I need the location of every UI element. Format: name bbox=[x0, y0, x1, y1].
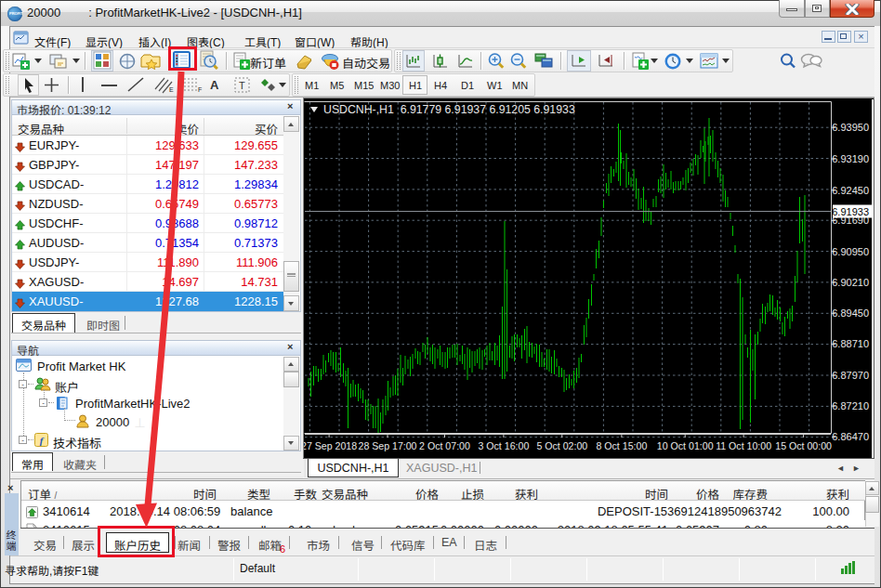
svg-text:6.93190: 6.93190 bbox=[832, 153, 869, 164]
svg-text:5 Oct 02:00: 5 Oct 02:00 bbox=[536, 440, 587, 451]
svg-text:3 Oct 16:00: 3 Oct 16:00 bbox=[479, 440, 530, 451]
svg-text:6.90950: 6.90950 bbox=[832, 246, 869, 257]
svg-text:6.90210: 6.90210 bbox=[832, 277, 869, 288]
svg-text:6.86470: 6.86470 bbox=[832, 431, 869, 442]
svg-text:6.87970: 6.87970 bbox=[832, 370, 869, 381]
svg-text:6.89450: 6.89450 bbox=[832, 307, 869, 319]
svg-text:6.93950: 6.93950 bbox=[832, 122, 869, 133]
svg-text:F: F bbox=[198, 86, 202, 93]
svg-text:USDCNH-,H1 6.91779 6.91937 6.: USDCNH-,H1 6.91779 6.91937 6.91205 6.919… bbox=[323, 103, 575, 116]
svg-text:6.87210: 6.87210 bbox=[832, 400, 869, 412]
svg-text:27 Sep 2018: 27 Sep 2018 bbox=[304, 440, 357, 451]
svg-text:11 Oct 10:00: 11 Oct 10:00 bbox=[716, 440, 771, 451]
svg-text:6.88710: 6.88710 bbox=[832, 338, 869, 349]
svg-text:6.92450: 6.92450 bbox=[832, 185, 869, 196]
svg-text:6.91933: 6.91933 bbox=[832, 206, 869, 217]
svg-text:E: E bbox=[169, 86, 174, 93]
svg-text:15 Oct 00:00: 15 Oct 00:00 bbox=[775, 440, 832, 451]
svg-text:10 Oct 01:00: 10 Oct 01:00 bbox=[657, 440, 714, 451]
svg-text:8 Oct 15:00: 8 Oct 15:00 bbox=[597, 440, 648, 451]
svg-text:2 Oct 07:00: 2 Oct 07:00 bbox=[419, 440, 470, 451]
svg-text:T: T bbox=[239, 80, 245, 91]
svg-text:28 Sep 17:00: 28 Sep 17:00 bbox=[358, 440, 416, 451]
